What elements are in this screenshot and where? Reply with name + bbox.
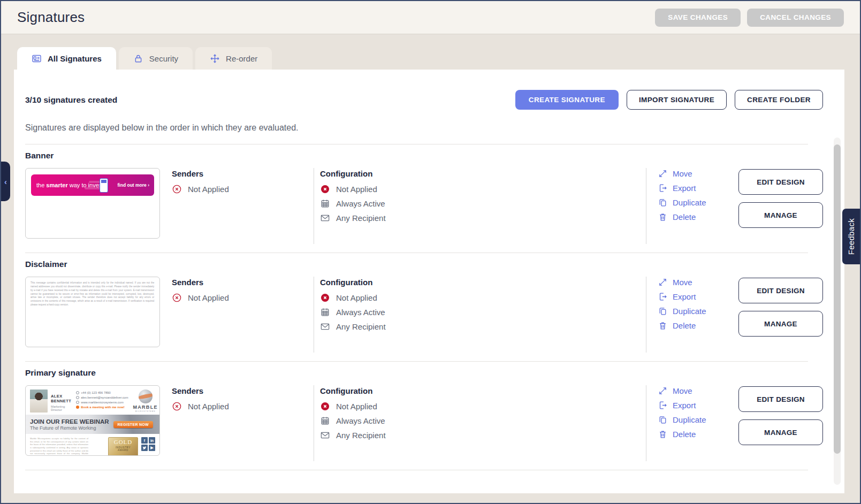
export-label: Export bbox=[673, 292, 696, 301]
export-link[interactable]: Export bbox=[658, 292, 730, 301]
senders-status: Not Applied bbox=[172, 184, 314, 194]
tab-all-signatures[interactable]: All Signatures bbox=[17, 47, 116, 70]
signature-list: Banner the smarter way to invest find ou… bbox=[25, 144, 823, 470]
delete-label: Delete bbox=[673, 430, 696, 439]
signature-row-primary: Primary signature ALEX BENNETT Marketing… bbox=[25, 361, 823, 470]
config-status-label: Not Applied bbox=[336, 402, 377, 411]
youtube-icon: ▶ bbox=[149, 445, 155, 451]
not-applied-outline-icon bbox=[172, 184, 182, 194]
contact-role: Marketing Director bbox=[51, 405, 71, 411]
config-recipient-label: Any Recipient bbox=[336, 213, 386, 223]
evaluation-order-note: Signatures are displayed below in the or… bbox=[25, 123, 823, 133]
edit-design-button[interactable]: EDIT DESIGN bbox=[738, 386, 823, 412]
delete-label: Delete bbox=[673, 321, 696, 330]
edit-design-button[interactable]: EDIT DESIGN bbox=[738, 169, 823, 195]
signature-card-icon bbox=[32, 54, 42, 64]
bullet-icon bbox=[76, 406, 79, 409]
calendar-icon bbox=[320, 416, 330, 426]
not-applied-outline-icon bbox=[172, 401, 182, 411]
gold-award-badge: GOLD INDUSTRY AWARD bbox=[108, 437, 138, 456]
import-signature-button[interactable]: IMPORT SIGNATURE bbox=[627, 90, 727, 110]
duplicate-label: Duplicate bbox=[673, 307, 706, 316]
facebook-icon: f bbox=[141, 437, 148, 444]
manage-button[interactable]: MANAGE bbox=[738, 311, 823, 337]
delete-label: Delete bbox=[673, 212, 696, 222]
feedback-tab[interactable]: Feedback bbox=[842, 209, 860, 264]
export-icon bbox=[658, 292, 667, 301]
config-schedule: Always Active bbox=[320, 198, 646, 209]
register-now-button: REGISTER NOW bbox=[113, 421, 153, 428]
config-recipient: Any Recipient bbox=[320, 430, 646, 440]
calendar-icon bbox=[320, 307, 330, 317]
configuration-heading: Configuration bbox=[320, 386, 646, 395]
senders-status-label: Not Applied bbox=[188, 402, 229, 411]
delete-link[interactable]: Delete bbox=[658, 430, 730, 439]
page-title: Signatures bbox=[17, 9, 85, 26]
senders-status: Not Applied bbox=[172, 401, 314, 411]
signature-preview-banner[interactable]: the smarter way to invest find out more … bbox=[25, 168, 160, 239]
move-cross-icon bbox=[210, 54, 220, 64]
webinar-subtitle: The Future of Remote Working bbox=[30, 425, 109, 431]
page-header: Signatures SAVE CHANGES CANCEL CHANGES bbox=[1, 1, 860, 34]
duplicate-link[interactable]: Duplicate bbox=[658, 307, 730, 316]
move-label: Move bbox=[673, 278, 692, 287]
config-schedule-label: Always Active bbox=[336, 308, 385, 317]
disclaimer-text: This message contains confidential infor… bbox=[31, 281, 154, 307]
delete-link[interactable]: Delete bbox=[658, 321, 730, 330]
config-recipient-label: Any Recipient bbox=[336, 431, 386, 440]
tab-label: All Signatures bbox=[48, 54, 102, 63]
move-link[interactable]: Move bbox=[658, 386, 730, 395]
trash-icon bbox=[658, 321, 667, 330]
create-signature-button[interactable]: CREATE SIGNATURE bbox=[515, 90, 619, 110]
move-icon bbox=[658, 169, 667, 178]
delete-link[interactable]: Delete bbox=[658, 212, 730, 222]
webinar-title: JOIN OUR FREE WEBINAR bbox=[30, 418, 109, 425]
configuration-heading: Configuration bbox=[320, 278, 646, 287]
senders-status-label: Not Applied bbox=[188, 293, 229, 302]
linkedin-icon: in bbox=[149, 437, 155, 444]
tab-label: Re-order bbox=[226, 54, 257, 63]
manage-button[interactable]: MANAGE bbox=[738, 202, 823, 228]
chevron-left-icon: ‹ bbox=[4, 177, 7, 186]
config-status: Not Applied bbox=[320, 184, 646, 194]
collapse-panel-handle[interactable]: ‹ bbox=[1, 162, 10, 201]
lock-icon bbox=[133, 54, 143, 64]
signature-row-banner: Banner the smarter way to invest find ou… bbox=[25, 144, 823, 253]
scrollbar-track[interactable] bbox=[834, 138, 841, 485]
avatar bbox=[30, 390, 48, 413]
phone-icon bbox=[76, 391, 79, 394]
configuration-heading: Configuration bbox=[320, 169, 646, 178]
envelope-icon bbox=[320, 213, 330, 223]
export-icon bbox=[658, 401, 667, 410]
manage-button[interactable]: MANAGE bbox=[738, 419, 823, 445]
not-applied-filled-icon bbox=[320, 184, 330, 194]
config-recipient: Any Recipient bbox=[320, 213, 646, 223]
duplicate-icon bbox=[658, 198, 667, 207]
tab-security[interactable]: Security bbox=[119, 47, 193, 70]
duplicate-link[interactable]: Duplicate bbox=[658, 415, 730, 424]
export-link[interactable]: Export bbox=[658, 401, 730, 410]
senders-status-label: Not Applied bbox=[188, 185, 229, 194]
config-status: Not Applied bbox=[320, 401, 646, 411]
duplicate-label: Duplicate bbox=[673, 415, 706, 424]
cancel-changes-button[interactable]: CANCEL CHANGES bbox=[747, 9, 844, 27]
create-folder-button[interactable]: CREATE FOLDER bbox=[735, 90, 823, 110]
feedback-label: Feedback bbox=[847, 218, 856, 255]
move-link[interactable]: Move bbox=[658, 278, 730, 287]
tab-reorder[interactable]: Re-order bbox=[195, 47, 272, 70]
export-link[interactable]: Export bbox=[658, 184, 730, 193]
envelope-icon bbox=[320, 322, 330, 332]
signature-preview-primary[interactable]: ALEX BENNETT Marketing Director +44 (0) … bbox=[25, 385, 160, 456]
banner-graphic: the smarter way to invest find out more … bbox=[31, 174, 154, 196]
save-changes-button[interactable]: SAVE CHANGES bbox=[655, 9, 741, 27]
move-label: Move bbox=[673, 386, 692, 395]
duplicate-link[interactable]: Duplicate bbox=[658, 198, 730, 207]
duplicate-label: Duplicate bbox=[673, 198, 706, 207]
config-status-label: Not Applied bbox=[336, 293, 377, 302]
edit-design-button[interactable]: EDIT DESIGN bbox=[738, 278, 823, 303]
move-link[interactable]: Move bbox=[658, 169, 730, 178]
signature-preview-disclaimer[interactable]: This message contains confidential infor… bbox=[25, 277, 160, 347]
config-status: Not Applied bbox=[320, 293, 646, 303]
award-line: AWARD bbox=[109, 449, 138, 452]
scrollbar-thumb[interactable] bbox=[834, 144, 841, 454]
